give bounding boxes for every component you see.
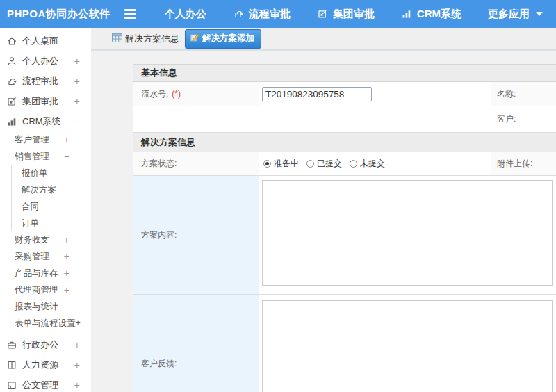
sidebar-item-label: 集团审批 — [22, 95, 58, 108]
feedback-label-cell: 客户反馈: — [133, 295, 259, 392]
nav-item-2[interactable]: 集团审批 — [304, 0, 388, 28]
expand-icon[interactable]: + — [64, 134, 70, 145]
solution-add-form: 基本信息 流水号: (*) 名称: 客户: 解决方案信息 方案状态: — [133, 64, 556, 392]
status-radio-group: 准备中已提交未提交 — [259, 158, 385, 170]
sidebar-item-13[interactable]: 产品与库存+ — [0, 265, 90, 281]
content-textarea-cell — [259, 176, 556, 294]
sidebar-item-12[interactable]: 采购管理+ — [0, 248, 90, 265]
sidebar-item-18[interactable]: 人力资源+ — [0, 354, 90, 375]
sidebar-item-10[interactable]: 订单 — [11, 215, 90, 231]
section-basic-info: 基本信息 — [133, 65, 556, 82]
sidebar-item-label: 销售管理 — [15, 151, 49, 163]
edit-icon — [317, 8, 328, 19]
required-mark: (*) — [172, 89, 181, 99]
sidebar-item-label: 报表与统计 — [15, 301, 58, 313]
expand-icon[interactable]: + — [74, 359, 80, 370]
nav-item-0[interactable]: 个人办公 — [152, 0, 220, 28]
radio-checked-icon[interactable] — [263, 160, 271, 168]
chart-icon — [401, 8, 412, 19]
sidebar-item-6[interactable]: 销售管理− — [0, 148, 90, 165]
serial-number-input[interactable] — [262, 87, 372, 101]
serial-label-cell: 流水号: (*) — [133, 82, 259, 106]
sidebar-item-7[interactable]: 报价单 — [11, 165, 90, 181]
status-row: 方案状态: 准备中已提交未提交 附件上传: — [133, 152, 556, 176]
tab-solution-info-label: 解决方案信息 — [125, 33, 179, 45]
status-label-cell: 方案状态: — [133, 152, 259, 175]
sidebar-item-19[interactable]: 公文管理+ — [0, 375, 90, 392]
status-radio-1[interactable]: 已提交 — [306, 158, 342, 170]
sidebar-item-9[interactable]: 合同 — [11, 198, 90, 215]
expand-icon[interactable]: + — [74, 76, 80, 87]
empty-mid-cell — [259, 106, 491, 132]
customer-feedback-textarea[interactable] — [262, 300, 553, 392]
sidebar-item-3[interactable]: 集团审批+ — [0, 91, 90, 111]
empty-label-cell — [133, 106, 259, 132]
radio-unchecked-icon[interactable] — [350, 160, 357, 168]
expand-icon[interactable]: + — [74, 339, 80, 350]
solution-content-textarea[interactable] — [262, 180, 553, 286]
sidebar-item-11[interactable]: 财务收支+ — [0, 231, 90, 248]
nav-item-3[interactable]: CRM系统 — [388, 0, 475, 28]
content-row: 方案内容: — [133, 176, 556, 295]
status-radio-2[interactable]: 未提交 — [350, 158, 385, 170]
sidebar-item-label: 订单 — [22, 218, 39, 229]
nav-item-1[interactable]: 流程审批 — [220, 0, 304, 28]
expand-icon[interactable]: + — [64, 234, 70, 245]
book-icon — [6, 359, 17, 370]
home-icon — [6, 35, 17, 47]
sidebar-item-2[interactable]: 流程审批+ — [0, 71, 90, 91]
sidebar-menu: 个人桌面个人办公+流程审批+集团审批+CRM系统−客户管理+销售管理−报价单解决… — [0, 28, 90, 392]
nav-item-label: 集团审批 — [333, 8, 375, 21]
sidebar-item-label: 报价单 — [22, 168, 48, 179]
expand-icon[interactable]: + — [74, 56, 80, 67]
briefcase-icon — [6, 339, 17, 350]
chart-icon — [6, 116, 17, 127]
tab-solution-add-active[interactable]: 解决方案添加 — [185, 29, 261, 49]
flow-icon — [233, 8, 244, 19]
sidebar-item-label: 公文管理 — [22, 379, 58, 391]
sidebar-item-label: 合同 — [22, 201, 39, 213]
sidebar-item-label: CRM系统 — [22, 115, 61, 128]
sidebar-item-17[interactable]: 行政办公+ — [0, 334, 90, 354]
hamburger-menu-icon[interactable] — [119, 0, 142, 28]
sidebar-item-label: 代理商管理 — [15, 284, 58, 296]
sidebar-item-14[interactable]: 代理商管理+ — [0, 281, 90, 298]
sidebar-item-1[interactable]: 个人办公+ — [0, 51, 90, 71]
status-radio-0[interactable]: 准备中 — [263, 158, 299, 170]
serial-label: 流水号: — [141, 88, 168, 100]
collapse-icon[interactable]: − — [64, 151, 70, 162]
serial-input-cell — [259, 82, 491, 106]
sidebar-item-label: 流程审批 — [22, 75, 58, 88]
nav-item-4[interactable]: 更多应用 — [475, 0, 556, 28]
expand-icon[interactable]: + — [74, 379, 80, 391]
flow-icon — [6, 76, 17, 87]
app-header: PHPOA协同办公软件 个人办公流程审批集团审批CRM系统更多应用 — [0, 0, 556, 28]
sidebar-item-label: 产品与库存 — [15, 268, 58, 279]
user-icon — [6, 56, 17, 67]
sidebar-item-15[interactable]: 报表与统计 — [0, 298, 90, 315]
sidebar-item-label: 个人办公 — [22, 55, 58, 67]
sidebar-item-16[interactable]: 表单与流程设置+ — [0, 315, 90, 332]
name-label-cell: 名称: — [491, 82, 556, 106]
app-logo: PHPOA协同办公软件 — [0, 8, 119, 21]
customer-label-cell: 客户: — [491, 106, 556, 132]
serial-row: 流水号: (*) 名称: — [133, 82, 556, 106]
doc-icon — [6, 379, 17, 391]
radio-unchecked-icon[interactable] — [306, 160, 314, 168]
expand-icon[interactable]: + — [74, 96, 80, 107]
expand-icon[interactable]: + — [64, 268, 70, 279]
sidebar-item-label: 行政办公 — [22, 338, 58, 351]
expand-icon[interactable]: + — [64, 251, 70, 262]
sidebar-item-0[interactable]: 个人桌面 — [0, 31, 90, 51]
sidebar-item-label: 客户管理 — [15, 134, 49, 146]
collapse-icon[interactable]: − — [74, 116, 80, 127]
attachment-label-cell: 附件上传: — [491, 152, 556, 175]
sidebar-item-8[interactable]: 解决方案 — [11, 181, 90, 198]
status-radio-label: 准备中 — [274, 158, 299, 170]
tab-solution-info[interactable]: 解决方案信息 — [112, 33, 179, 45]
sidebar-item-label: 表单与流程设置+ — [15, 318, 81, 329]
expand-icon[interactable]: + — [64, 284, 70, 295]
sidebar-item-4[interactable]: CRM系统− — [0, 111, 90, 131]
tab-solution-add-label: 解决方案添加 — [202, 33, 254, 44]
sidebar-item-5[interactable]: 客户管理+ — [0, 131, 90, 148]
